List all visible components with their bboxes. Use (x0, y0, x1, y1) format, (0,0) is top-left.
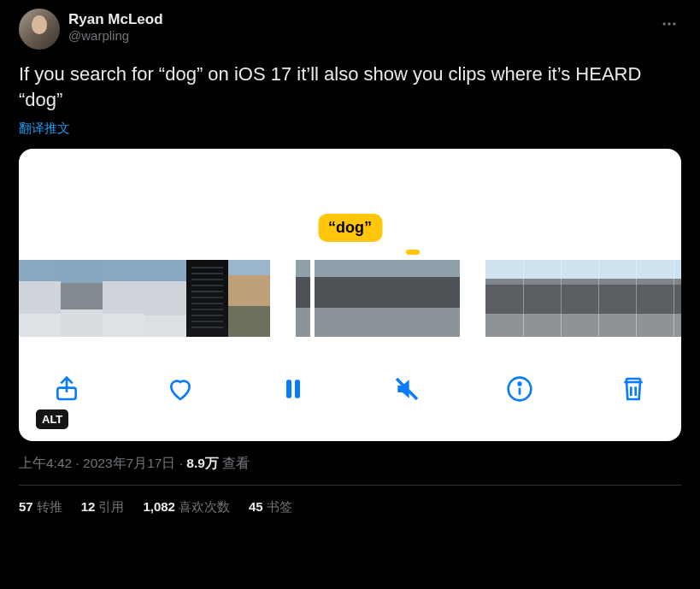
more-icon (661, 15, 678, 32)
mute-icon (393, 375, 421, 403)
timeline-frame (405, 260, 460, 337)
tweet-meta: 上午4:42 · 2023年7月17日 · 8.9万 查看 (19, 455, 681, 473)
likes-stat[interactable]: 1,082喜欢次数 (143, 499, 230, 515)
views-count: 8.9万 (186, 456, 219, 470)
media-toolbar (19, 352, 681, 441)
user-handle[interactable]: @warpling (68, 28, 163, 44)
clip-group[interactable] (485, 260, 681, 337)
video-timeline[interactable] (19, 260, 681, 337)
svg-point-1 (668, 22, 670, 25)
user-box: Ryan McLeod @warpling (68, 9, 163, 44)
tweet-stats: 57转推 12引用 1,082喜欢次数 45书签 (19, 499, 681, 515)
share-button[interactable] (51, 374, 82, 404)
svg-rect-5 (295, 380, 300, 398)
more-button[interactable] (657, 12, 681, 39)
trash-icon (620, 375, 647, 403)
heart-icon (167, 375, 194, 403)
tweet-date[interactable]: 2023年7月17日 (83, 456, 175, 470)
timeline-frame (636, 260, 674, 337)
info-button[interactable] (504, 374, 535, 404)
mute-button[interactable] (391, 374, 422, 404)
retweets-stat[interactable]: 57转推 (19, 499, 62, 515)
timeline-frame (598, 260, 636, 337)
timeline-frame (561, 260, 598, 337)
display-name[interactable]: Ryan McLeod (68, 10, 163, 28)
tweet-time[interactable]: 上午4:42 (19, 456, 72, 470)
tweet-text: If you search for “dog” on iOS 17 it’ll … (19, 62, 681, 112)
marker-tick (406, 250, 420, 255)
bookmarks-stat[interactable]: 45书签 (249, 499, 292, 515)
delete-button[interactable] (618, 374, 649, 404)
avatar[interactable] (19, 9, 60, 50)
timeline-frame (19, 260, 61, 337)
timeline-frame (296, 260, 350, 337)
media-attachment[interactable]: “dog” (19, 149, 681, 441)
divider (19, 485, 681, 486)
info-icon (506, 375, 533, 403)
tweet-container: Ryan McLeod @warpling If you search for … (19, 9, 681, 515)
playhead[interactable] (310, 256, 315, 340)
timeline-frame (103, 260, 144, 337)
timeline-frame (350, 260, 405, 337)
alt-badge[interactable]: ALT (36, 409, 68, 429)
timeline-frame (228, 260, 270, 337)
pause-button[interactable] (278, 374, 309, 404)
views-label: 查看 (219, 456, 250, 470)
timeline-frame (674, 260, 681, 337)
translate-link[interactable]: 翻译推文 (19, 121, 70, 137)
timeline-frame (144, 260, 186, 337)
timeline-frame (523, 260, 561, 337)
svg-point-2 (673, 22, 675, 25)
svg-point-0 (663, 22, 666, 25)
timeline-frame (485, 260, 523, 337)
clip-group[interactable] (19, 260, 270, 337)
share-icon (53, 375, 80, 403)
like-button[interactable] (165, 374, 196, 404)
tweet-header: Ryan McLeod @warpling (19, 9, 681, 50)
search-term-chip: “dog” (318, 214, 382, 242)
svg-point-9 (519, 383, 521, 386)
clip-group[interactable] (296, 260, 460, 337)
timeline-frame (61, 260, 103, 337)
timeline-frame (186, 260, 228, 337)
quotes-stat[interactable]: 12引用 (81, 499, 125, 515)
svg-rect-4 (286, 380, 291, 398)
pause-icon (279, 375, 307, 403)
